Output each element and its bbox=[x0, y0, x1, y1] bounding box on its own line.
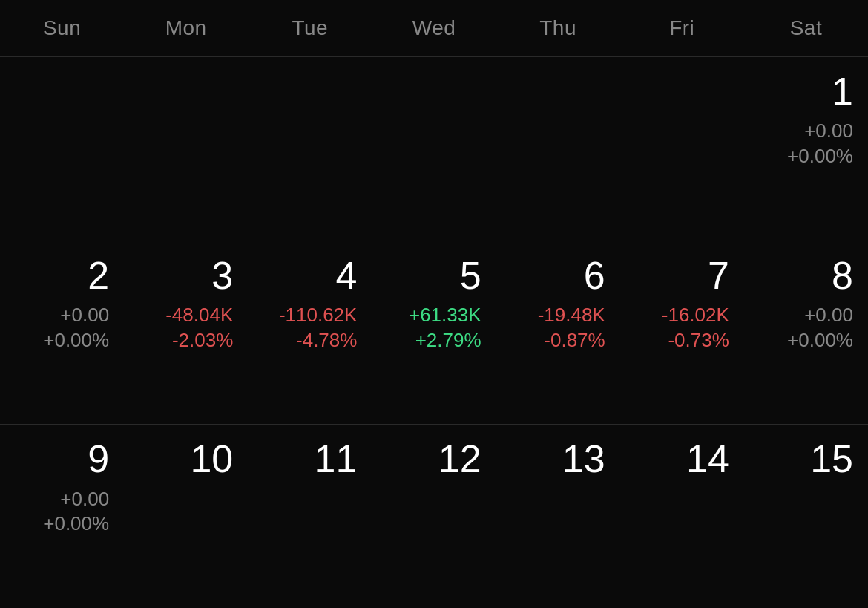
day-percent: -4.78% bbox=[296, 328, 357, 353]
header-cell-sun: Sun bbox=[0, 16, 124, 40]
day-number: 8 bbox=[832, 255, 853, 297]
day-cell-14[interactable]: 14 bbox=[620, 425, 744, 608]
day-number: 1 bbox=[832, 71, 853, 113]
day-cell-empty-5[interactable] bbox=[620, 57, 744, 241]
day-cell-empty-1[interactable] bbox=[124, 57, 248, 241]
week-row-3: 9+0.00+0.00%101112131415 bbox=[0, 425, 868, 608]
header-cell-wed: Wed bbox=[372, 16, 496, 40]
day-number: 7 bbox=[708, 255, 729, 297]
day-cell-empty-2[interactable] bbox=[248, 57, 372, 241]
day-cell-5[interactable]: 5+61.33K+2.79% bbox=[372, 241, 496, 425]
day-percent: +0.00% bbox=[43, 328, 109, 353]
day-number: 4 bbox=[336, 255, 358, 297]
day-value: +0.00 bbox=[60, 303, 109, 328]
day-value: -19.48K bbox=[538, 303, 605, 328]
day-value: +0.00 bbox=[804, 303, 853, 328]
day-cell-15[interactable]: 15 bbox=[744, 425, 868, 608]
day-cell-9[interactable]: 9+0.00+0.00% bbox=[0, 425, 124, 608]
header-cell-mon: Mon bbox=[124, 16, 248, 40]
day-cell-13[interactable]: 13 bbox=[496, 425, 620, 608]
day-number: 6 bbox=[584, 255, 605, 297]
header-cell-sat: Sat bbox=[744, 16, 868, 40]
day-cell-6[interactable]: 6-19.48K-0.87% bbox=[496, 241, 620, 425]
day-percent: -0.87% bbox=[544, 328, 605, 353]
day-number: 10 bbox=[190, 438, 233, 480]
calendar-header: SunMonTueWedThuFriSat bbox=[0, 0, 868, 57]
day-cell-7[interactable]: 7-16.02K-0.73% bbox=[620, 241, 744, 425]
day-value: +0.00 bbox=[804, 119, 853, 144]
day-cell-10[interactable]: 10 bbox=[124, 425, 248, 608]
calendar: SunMonTueWedThuFriSat 1+0.00+0.00%2+0.00… bbox=[0, 0, 868, 608]
day-percent: -2.03% bbox=[172, 328, 233, 353]
day-number: 14 bbox=[686, 438, 729, 480]
day-cell-12[interactable]: 12 bbox=[372, 425, 496, 608]
day-value: +61.33K bbox=[409, 303, 481, 328]
day-number: 15 bbox=[810, 438, 853, 480]
header-cell-tue: Tue bbox=[248, 16, 372, 40]
day-cell-1[interactable]: 1+0.00+0.00% bbox=[744, 57, 868, 241]
header-cell-thu: Thu bbox=[496, 16, 620, 40]
calendar-body: 1+0.00+0.00%2+0.00+0.00%3-48.04K-2.03%4-… bbox=[0, 57, 868, 608]
day-number: 2 bbox=[88, 255, 109, 297]
day-value: -48.04K bbox=[165, 303, 233, 328]
day-cell-4[interactable]: 4-110.62K-4.78% bbox=[248, 241, 372, 425]
day-value: -110.62K bbox=[279, 303, 358, 328]
day-cell-8[interactable]: 8+0.00+0.00% bbox=[744, 241, 868, 425]
day-percent: +0.00% bbox=[43, 511, 109, 537]
day-value: -16.02K bbox=[662, 303, 729, 328]
day-number: 12 bbox=[438, 438, 481, 480]
day-number: 11 bbox=[315, 438, 358, 480]
day-percent: +0.00% bbox=[787, 328, 853, 353]
day-cell-2[interactable]: 2+0.00+0.00% bbox=[0, 241, 124, 425]
day-number: 9 bbox=[88, 438, 109, 480]
header-cell-fri: Fri bbox=[620, 16, 744, 40]
day-number: 3 bbox=[211, 255, 233, 297]
day-cell-empty-3[interactable] bbox=[372, 57, 496, 241]
day-cell-11[interactable]: 11 bbox=[248, 425, 372, 608]
day-number: 5 bbox=[460, 255, 481, 297]
week-row-2: 2+0.00+0.00%3-48.04K-2.03%4-110.62K-4.78… bbox=[0, 241, 868, 425]
day-value: +0.00 bbox=[60, 487, 109, 512]
day-percent: +2.79% bbox=[415, 328, 481, 353]
day-number: 13 bbox=[562, 438, 605, 480]
day-cell-empty-0[interactable] bbox=[0, 57, 124, 241]
day-percent: +0.00% bbox=[787, 144, 853, 169]
day-cell-3[interactable]: 3-48.04K-2.03% bbox=[124, 241, 248, 425]
week-row-1: 1+0.00+0.00% bbox=[0, 57, 868, 241]
day-cell-empty-4[interactable] bbox=[496, 57, 620, 241]
day-percent: -0.73% bbox=[668, 328, 729, 353]
